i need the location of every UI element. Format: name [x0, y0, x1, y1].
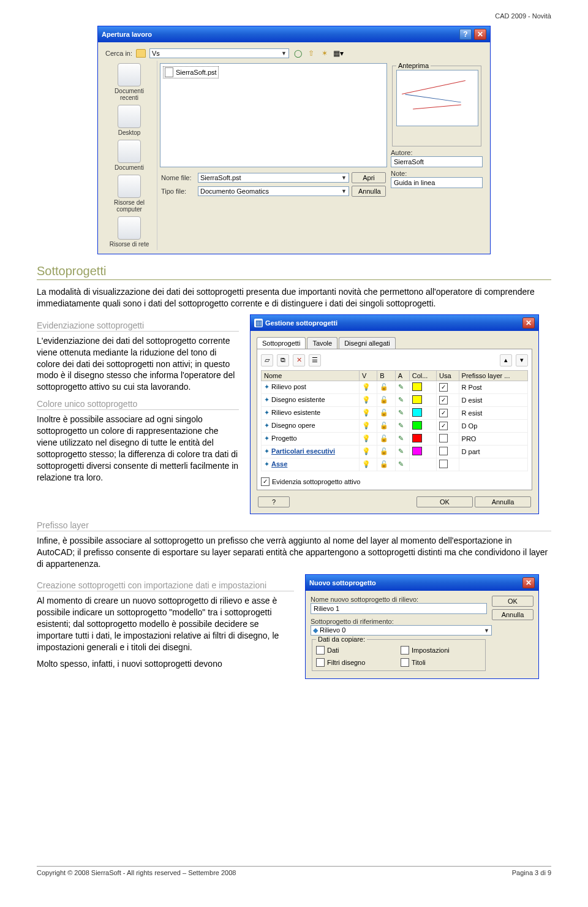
bulb-icon[interactable]: 💡 [362, 460, 371, 468]
help-icon[interactable]: ? [459, 29, 472, 40]
app-icon: ▥ [254, 319, 263, 327]
cancel-button[interactable]: Annulla [475, 496, 531, 507]
tab-tavole[interactable]: Tavole [307, 337, 337, 349]
back-icon[interactable]: ◯ [293, 48, 303, 58]
usa-checkbox[interactable] [439, 447, 448, 455]
col-col[interactable]: Col... [409, 370, 436, 381]
pen-icon[interactable]: ✎ [398, 409, 404, 416]
chk-filtri[interactable] [316, 658, 325, 667]
nsp-titlebar[interactable]: Nuovo sottoprogetto ✕ [306, 575, 538, 591]
table-row[interactable]: ✦ Disegno opere💡🔓✎✓D Op [262, 419, 528, 432]
nsp-name-field[interactable]: Rilievo 1 [311, 603, 487, 614]
file-open-dialog: Apertura lavoro ? ✕ Cerca in: Vs ▼ ◯ ⇧ ✶… [97, 26, 491, 254]
views-icon[interactable]: ▦▾ [333, 48, 343, 58]
table-row[interactable]: ✦ Progetto💡🔓✎PRO [262, 432, 528, 445]
col-prefix[interactable]: Prefisso layer ... [459, 370, 527, 381]
col-nome[interactable]: Nome [262, 370, 360, 381]
search-in-select[interactable]: Vs ▼ [149, 48, 289, 58]
properties-icon[interactable]: ☰ [309, 354, 321, 366]
table-row[interactable]: ✦ Asse💡🔓✎ [262, 458, 528, 471]
preview-image [396, 70, 478, 126]
col-v[interactable]: V [359, 370, 377, 381]
chk-dati[interactable] [316, 646, 325, 655]
search-in-value: Vs [152, 50, 160, 57]
lock-icon[interactable]: 🔓 [380, 422, 388, 429]
nsp-ref-label: Sottoprogetto di riferimento: [311, 618, 487, 625]
chk-titoli[interactable] [401, 658, 409, 667]
usa-checkbox[interactable]: ✓ [439, 383, 448, 392]
col-a[interactable]: A [395, 370, 409, 381]
close-icon[interactable]: ✕ [522, 577, 535, 588]
close-icon[interactable]: ✕ [522, 317, 535, 328]
usa-checkbox[interactable] [439, 434, 448, 442]
nsp-ref-value: Rilievo 0 [320, 626, 345, 634]
delete-icon[interactable]: ✕ [293, 354, 305, 366]
filetype-select[interactable]: Documento Geomatics ▼ [198, 186, 349, 196]
pen-icon[interactable]: ✎ [398, 396, 404, 403]
gsp-titlebar[interactable]: ▥ Gestione sottoprogetti ✕ [251, 315, 538, 331]
table-row[interactable]: ✦ Particolari esecutivi💡🔓✎D part [262, 445, 528, 458]
bulb-icon[interactable]: 💡 [362, 409, 371, 416]
lock-icon[interactable]: 🔓 [380, 383, 388, 390]
bulb-icon[interactable]: 💡 [362, 422, 371, 429]
ok-button[interactable]: OK [492, 596, 533, 607]
section-intro: La modalità di visualizzazione dei dati … [37, 286, 551, 309]
bulb-icon[interactable]: 💡 [362, 396, 371, 403]
move-down-icon[interactable]: ▾ [516, 354, 528, 366]
opt-titoli: Titoli [412, 659, 426, 666]
lock-icon[interactable]: 🔓 [380, 396, 388, 403]
up-folder-icon[interactable]: ⇧ [306, 48, 316, 58]
usa-checkbox[interactable] [439, 460, 448, 468]
nsp-name-label: Nome nuovo sottoprogetto di rilievo: [311, 596, 487, 603]
dialog-titlebar[interactable]: Apertura lavoro ? ✕ [98, 26, 490, 42]
col-b[interactable]: B [377, 370, 395, 381]
chk-impost[interactable] [401, 646, 409, 655]
bulb-icon[interactable]: 💡 [362, 383, 371, 390]
tab-disegni[interactable]: Disegni allegati [339, 337, 396, 349]
move-up-icon[interactable]: ▴ [500, 354, 512, 366]
copy-icon[interactable]: ⧉ [277, 354, 289, 366]
usa-checkbox[interactable]: ✓ [439, 422, 448, 430]
pen-icon[interactable]: ✎ [398, 422, 404, 429]
usa-checkbox[interactable]: ✓ [439, 409, 448, 417]
pen-icon[interactable]: ✎ [398, 383, 404, 390]
ok-button[interactable]: OK [417, 496, 473, 507]
place-network[interactable]: Risorse di rete [107, 216, 151, 248]
lock-icon[interactable]: 🔓 [380, 447, 388, 455]
col-usa[interactable]: Usa [437, 370, 459, 381]
usa-checkbox[interactable]: ✓ [439, 396, 448, 404]
lock-icon[interactable]: 🔓 [380, 435, 388, 442]
lock-icon[interactable]: 🔓 [380, 409, 388, 416]
place-recent[interactable]: Documenti recenti [107, 63, 151, 101]
help-button[interactable]: ? [258, 496, 290, 507]
gsp-toolbar: ▱ ⧉ ✕ ☰ ▴ ▾ [261, 353, 528, 370]
place-documents[interactable]: Documenti [107, 140, 151, 171]
filename-field[interactable]: SierraSoft.pst ▼ [198, 173, 349, 183]
file-item[interactable]: SierraSoft.pst [163, 66, 219, 78]
pen-icon[interactable]: ✎ [398, 447, 404, 455]
tab-sottoprogetti[interactable]: Sottoprogetti [257, 337, 306, 349]
open-button[interactable]: Apri [352, 172, 386, 183]
bulb-icon[interactable]: 💡 [362, 447, 371, 455]
bulb-icon[interactable]: 💡 [362, 435, 371, 442]
section-title: Sottoprogetti [37, 264, 551, 280]
table-row[interactable]: ✦ Disegno esistente💡🔓✎✓D esist [262, 393, 528, 406]
page-header: CAD 2009 - Novità [37, 12, 551, 20]
place-desktop[interactable]: Desktop [107, 105, 151, 136]
cancel-button[interactable]: Annulla [352, 186, 386, 197]
filetype-value: Documento Geomatics [200, 188, 269, 195]
table-row[interactable]: ✦ Rilievo post💡🔓✎✓R Post [262, 381, 528, 393]
new-folder-icon[interactable]: ✶ [320, 48, 330, 58]
place-computer[interactable]: Risorse del computer [107, 175, 151, 213]
file-list[interactable]: SierraSoft.pst [160, 63, 387, 167]
search-in-label: Cerca in: [105, 50, 132, 57]
cancel-button[interactable]: Annulla [492, 609, 533, 620]
table-row[interactable]: ✦ Rilievo esistente💡🔓✎✓R esist [262, 406, 528, 419]
highlight-checkbox[interactable]: ✓ [261, 477, 270, 486]
close-icon[interactable]: ✕ [474, 29, 486, 40]
new-icon[interactable]: ▱ [261, 354, 273, 366]
nsp-ref-select[interactable]: ◆ Rilievo 0 ▼ [311, 625, 492, 636]
pen-icon[interactable]: ✎ [398, 460, 404, 468]
lock-icon[interactable]: 🔓 [380, 460, 388, 468]
pen-icon[interactable]: ✎ [398, 435, 404, 442]
